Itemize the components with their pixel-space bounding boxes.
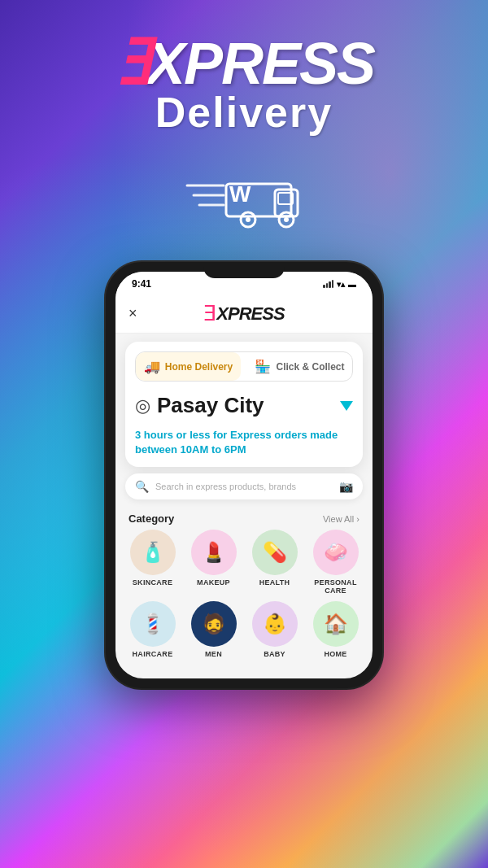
svg-point-10 bbox=[284, 217, 289, 222]
health-label: HEALTH bbox=[259, 578, 290, 587]
category-health[interactable]: 💊 HEALTH bbox=[247, 530, 302, 595]
express-logo: Ǝ XPRESS bbox=[114, 33, 374, 94]
search-bar[interactable]: 🔍 Search in express products, brands 📷 bbox=[125, 473, 363, 499]
delivery-info-text: 3 hours or less for Express orders made … bbox=[135, 428, 353, 457]
haircare-label: HAIRCARE bbox=[133, 650, 173, 658]
skincare-icon: 🧴 bbox=[130, 530, 176, 575]
delivery-card: 🚚 Home Delivery 🏪 Click & Collect ◎ Pasa… bbox=[125, 342, 363, 467]
city-name: Pasay City bbox=[157, 393, 333, 418]
click-collect-tab[interactable]: 🏪 Click & Collect bbox=[247, 352, 352, 381]
category-men[interactable]: 🧔 MEN bbox=[186, 601, 241, 658]
haircare-icon: 💈 bbox=[130, 601, 176, 647]
men-label: MEN bbox=[205, 650, 222, 658]
logo-e-icon: Ǝ bbox=[117, 33, 150, 94]
category-skincare[interactable]: 🧴 SKINCARE bbox=[125, 530, 180, 595]
category-grid-row2: 💈 HAIRCARE 🧔 MEN 👶 BABY 🏠 HOME bbox=[115, 601, 373, 668]
home-delivery-label: Home Delivery bbox=[165, 361, 233, 373]
logo-xpress-text: XPRESS bbox=[146, 34, 374, 93]
location-pin-icon: ◎ bbox=[135, 395, 150, 417]
search-icon: 🔍 bbox=[135, 480, 149, 493]
svg-point-8 bbox=[246, 217, 251, 222]
chevron-down-icon bbox=[340, 401, 353, 411]
phone-frame: 9:41 ▾▴ ▬ × bbox=[106, 262, 382, 688]
makeup-icon: 💄 bbox=[191, 530, 237, 575]
category-header: Category View All › bbox=[115, 506, 373, 530]
personal-care-icon: 🧼 bbox=[313, 530, 359, 575]
category-baby[interactable]: 👶 BABY bbox=[247, 601, 302, 658]
category-title: Category bbox=[129, 513, 174, 525]
home-label: HOME bbox=[324, 650, 346, 658]
logo-section: Ǝ XPRESS Delivery bbox=[114, 33, 374, 137]
app-logo: Ǝ XPRESS bbox=[148, 301, 340, 326]
baby-label: BABY bbox=[264, 650, 285, 658]
baby-icon: 👶 bbox=[252, 601, 298, 647]
app-header: × Ǝ XPRESS bbox=[115, 294, 373, 334]
phone-mockup: 9:41 ▾▴ ▬ × bbox=[106, 262, 382, 688]
category-home[interactable]: 🏠 HOME bbox=[308, 601, 363, 658]
delivery-tabs: 🚚 Home Delivery 🏪 Click & Collect bbox=[135, 351, 353, 382]
svg-text:W: W bbox=[229, 181, 251, 207]
category-grid-row1: 🧴 SKINCARE 💄 MAKEUP 💊 HEALTH 🧼 PERSONAL … bbox=[115, 530, 373, 601]
truck-icon: W bbox=[179, 161, 309, 234]
home-delivery-tab[interactable]: 🚚 Home Delivery bbox=[136, 352, 241, 381]
status-time: 9:41 bbox=[132, 278, 151, 290]
men-icon: 🧔 bbox=[191, 601, 237, 647]
personal-care-label: PERSONAL CARE bbox=[308, 578, 363, 595]
store-tab-icon: 🏪 bbox=[255, 359, 271, 374]
phone-notch bbox=[203, 262, 285, 278]
health-icon: 💊 bbox=[252, 530, 298, 575]
camera-icon: 📷 bbox=[339, 480, 353, 493]
skincare-label: SKINCARE bbox=[133, 578, 172, 587]
search-placeholder: Search in express products, brands bbox=[155, 482, 333, 491]
category-personal-care[interactable]: 🧼 PERSONAL CARE bbox=[308, 530, 363, 595]
status-icons: ▾▴ ▬ bbox=[323, 280, 356, 289]
category-makeup[interactable]: 💄 MAKEUP bbox=[186, 530, 241, 595]
logo-delivery-text: Delivery bbox=[155, 88, 333, 137]
battery-icon: ▬ bbox=[348, 280, 356, 289]
truck-tab-icon: 🚚 bbox=[144, 359, 160, 374]
truck-section: W bbox=[179, 161, 309, 238]
app-logo-e-icon: Ǝ bbox=[203, 301, 216, 326]
phone-screen: 9:41 ▾▴ ▬ × bbox=[115, 272, 373, 678]
view-all-link[interactable]: View All › bbox=[323, 514, 359, 524]
wifi-icon: ▾▴ bbox=[337, 280, 345, 289]
click-collect-label: Click & Collect bbox=[276, 361, 344, 373]
app-logo-text: XPRESS bbox=[216, 303, 284, 325]
location-row[interactable]: ◎ Pasay City bbox=[135, 390, 353, 421]
close-button[interactable]: × bbox=[129, 305, 148, 322]
category-haircare[interactable]: 💈 HAIRCARE bbox=[125, 601, 180, 658]
makeup-label: MAKEUP bbox=[197, 578, 230, 587]
home-icon: 🏠 bbox=[313, 601, 359, 647]
signal-icon bbox=[323, 280, 333, 288]
